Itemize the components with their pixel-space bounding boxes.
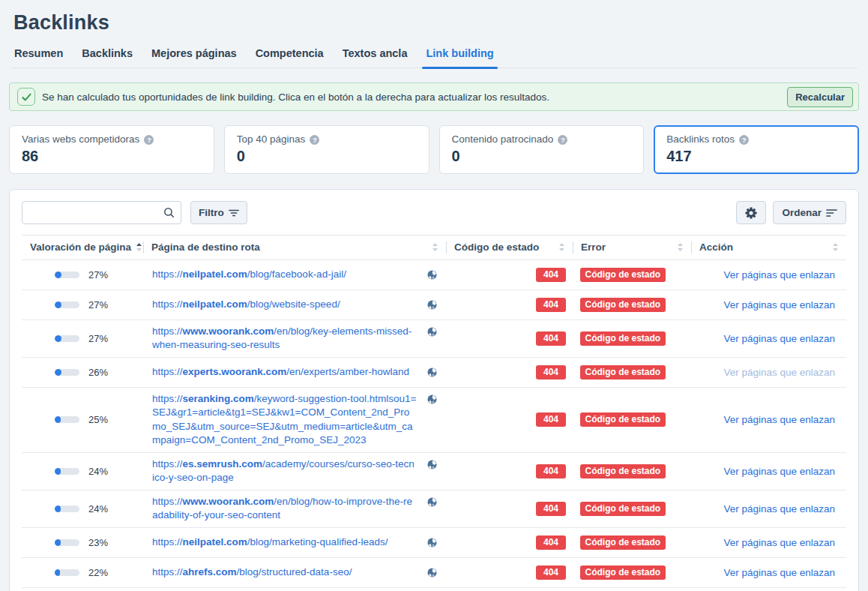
- column-header-accion[interactable]: Acción: [691, 235, 846, 260]
- broken-url-link[interactable]: https://ahrefs.com/blog/structured-data-…: [152, 566, 417, 580]
- target-page-cell: https://seranking.com/keyword-suggestion…: [143, 387, 446, 452]
- recalculate-button[interactable]: Recalcular: [787, 87, 853, 107]
- url-domain: www.woorank.com: [183, 496, 274, 507]
- globe-icon[interactable]: [427, 368, 437, 377]
- status-code-cell: 404: [446, 260, 573, 290]
- help-icon[interactable]: ?: [144, 135, 154, 145]
- action-link[interactable]: Ver páginas que enlazan: [723, 367, 835, 378]
- stat-card-broken-backlinks[interactable]: Backlinks rotos ? 417: [654, 125, 859, 174]
- status-code-badge: 404: [536, 412, 566, 427]
- filter-button-label: Filtro: [199, 207, 224, 218]
- filter-button[interactable]: Filtro: [190, 201, 247, 224]
- action-link[interactable]: Ver páginas que enlazan: [723, 503, 835, 514]
- url-path: /blog/website-speed/: [247, 298, 340, 310]
- action-cell: Ver páginas que enlazan: [691, 527, 846, 557]
- error-badge: Código de estado: [580, 464, 666, 478]
- search-icon: [163, 207, 175, 218]
- stat-value: 86: [22, 147, 202, 165]
- url-prefix: https://: [152, 366, 183, 377]
- column-header-codigo-estado[interactable]: Código de estado: [446, 235, 573, 260]
- broken-url-link[interactable]: https://neilpatel.com/blog/facebook-ad-j…: [152, 268, 417, 282]
- column-header-error[interactable]: Error: [573, 235, 691, 260]
- stat-card-top-pages[interactable]: Top 40 páginas ? 0: [224, 125, 430, 174]
- page-score-cell: 24%: [22, 490, 143, 527]
- url-domain: neilpatel.com: [183, 268, 247, 280]
- sort-both-icon: [677, 242, 684, 252]
- globe-icon[interactable]: [427, 497, 437, 507]
- error-cell: Código de estado: [573, 320, 691, 357]
- page-score-bar: [55, 539, 79, 546]
- action-link[interactable]: Ver páginas que enlazan: [723, 414, 835, 425]
- broken-url-link[interactable]: https://www.woorank.com/en/blog/how-to-i…: [152, 495, 417, 523]
- page-title: Backlinks: [13, 10, 868, 34]
- settings-button[interactable]: [736, 201, 766, 224]
- globe-icon[interactable]: [427, 270, 437, 280]
- status-code-cell: 404: [446, 387, 573, 452]
- help-icon[interactable]: ?: [739, 135, 749, 145]
- page-score-bar: [55, 468, 79, 475]
- target-page-cell: https://neilpatel.com/blog/marketing-qua…: [143, 527, 446, 557]
- tab-textos-ancla[interactable]: Textos ancla: [339, 47, 412, 68]
- action-link[interactable]: Ver páginas que enlazan: [723, 466, 835, 477]
- column-label: Código de estado: [454, 242, 539, 253]
- page: Backlinks Resumen Backlinks Mejores pági…: [0, 0, 868, 591]
- broken-url-link[interactable]: https://www.woorank.com/en/blog/key-elem…: [152, 325, 417, 352]
- url-domain: neilpatel.com: [183, 536, 247, 548]
- broken-url-link[interactable]: https://neilpatel.com/blog/marketing-qua…: [152, 536, 417, 550]
- action-link[interactable]: Ver páginas que enlazan: [723, 269, 835, 280]
- globe-icon[interactable]: [427, 538, 437, 548]
- status-code-cell: 404: [446, 357, 573, 387]
- page-score-bar: [55, 416, 79, 423]
- page-score-label: 24%: [88, 503, 109, 514]
- status-code-badge: 404: [536, 464, 566, 478]
- tab-link-building[interactable]: Link building: [422, 47, 497, 68]
- broken-url-link[interactable]: https://seranking.com/keyword-suggestion…: [152, 392, 417, 448]
- action-link[interactable]: Ver páginas que enlazan: [723, 333, 835, 344]
- search-input[interactable]: [22, 201, 181, 224]
- target-page-cell: https://es.semrush.com/academy/courses/c…: [143, 452, 446, 490]
- page-score-cell: 27%: [22, 290, 143, 320]
- status-code-cell: 404: [446, 290, 573, 320]
- globe-icon[interactable]: [427, 394, 437, 404]
- column-header-pagina-destino[interactable]: Página de destino rota: [143, 235, 446, 260]
- help-icon[interactable]: ?: [558, 135, 567, 145]
- tab-competencia[interactable]: Competencia: [252, 47, 328, 68]
- action-link[interactable]: Ver páginas que enlazan: [723, 299, 835, 310]
- stat-card-sponsored-content[interactable]: Contenido patrocinado ? 0: [439, 125, 645, 174]
- status-code-cell: 404: [446, 490, 573, 527]
- url-domain: ahrefs.com: [183, 566, 237, 578]
- sort-button[interactable]: Ordenar: [773, 201, 846, 224]
- url-domain: www.woorank.com: [183, 326, 274, 337]
- help-icon[interactable]: ?: [310, 135, 319, 145]
- url-path: /en/experts/amber-howland: [286, 366, 409, 377]
- tab-resumen[interactable]: Resumen: [10, 47, 67, 68]
- table-row: 27% https://www.woorank.com/en/blog/key-…: [22, 320, 846, 357]
- tab-mejores-paginas[interactable]: Mejores páginas: [148, 47, 241, 68]
- broken-url-link[interactable]: https://es.semrush.com/academy/courses/c…: [152, 458, 417, 485]
- column-header-valoracion[interactable]: Valoración de página: [22, 235, 143, 260]
- broken-url-link[interactable]: https://experts.woorank.com/en/experts/a…: [152, 365, 417, 380]
- column-label: Acción: [699, 242, 733, 253]
- globe-icon[interactable]: [427, 568, 437, 578]
- page-score-cell: 23%: [22, 527, 143, 557]
- broken-url-link[interactable]: https://neilpatel.com/blog/website-speed…: [152, 298, 417, 312]
- page-score-bar-fill: [55, 272, 61, 278]
- page-score-bar-fill: [55, 369, 61, 376]
- error-badge: Código de estado: [580, 566, 666, 580]
- page-score-cell: 26%: [22, 357, 143, 387]
- globe-icon[interactable]: [427, 327, 437, 337]
- page-score-bar-fill: [55, 506, 61, 512]
- action-link[interactable]: Ver páginas que enlazan: [723, 537, 835, 548]
- page-score-bar-fill: [55, 416, 61, 423]
- globe-icon[interactable]: [427, 300, 437, 310]
- stat-label: Varias webs competidoras: [22, 134, 139, 146]
- stat-card-competitor-webs[interactable]: Varias webs competidoras ? 86: [9, 125, 214, 174]
- action-link[interactable]: Ver páginas que enlazan: [723, 567, 835, 578]
- tab-backlinks[interactable]: Backlinks: [78, 47, 136, 68]
- sort-button-label: Ordenar: [782, 207, 822, 218]
- table-row: 23% https://neilpatel.com/blog/marketing…: [22, 527, 846, 557]
- globe-icon[interactable]: [427, 460, 437, 470]
- target-page-cell: https://ahrefs.com/blog/structured-data-…: [143, 557, 446, 587]
- page-score-bar: [55, 369, 79, 376]
- error-cell: Código de estado: [573, 452, 691, 490]
